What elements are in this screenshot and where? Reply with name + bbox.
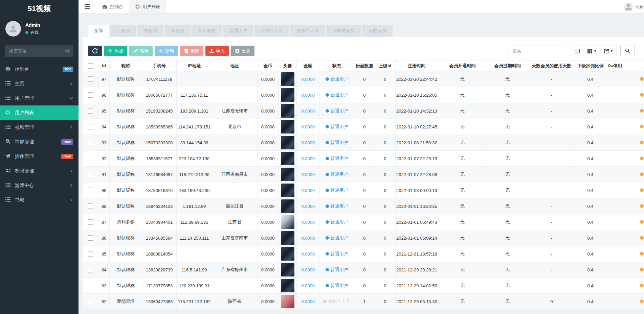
row-checkbox[interactable] <box>88 76 93 82</box>
sidebar-item-8[interactable]: 游戏中心 <box>0 178 79 193</box>
row-checkbox[interactable] <box>88 124 93 129</box>
import-button[interactable]: 导入 <box>205 46 229 56</box>
column-header-ip[interactable]: IP地址 <box>177 61 212 71</box>
row-checkbox[interactable] <box>88 188 93 193</box>
money-link[interactable]: 0.0000 <box>301 108 315 114</box>
column-header-enabled[interactable]: 0=停用 <box>606 61 644 71</box>
topbar-tab-0[interactable]: 控制台 <box>96 0 129 13</box>
money-link[interactable]: 0.0000 <box>301 172 315 177</box>
search-submit-button[interactable] <box>620 46 635 56</box>
money-link[interactable]: 0.0000 <box>301 156 315 161</box>
filter-tab-9[interactable]: 天数会员 <box>362 25 393 37</box>
column-header-days_used[interactable]: 天数会员的使用天数 <box>528 61 575 71</box>
money-link[interactable]: 0.0000 <box>301 283 315 288</box>
sidebar-item-6[interactable]: 插件管理new <box>0 149 79 164</box>
row-checkbox[interactable] <box>88 140 93 145</box>
filter-tab-2[interactable]: 季会员 <box>137 25 163 37</box>
status-badge[interactable]: 普通用户 <box>326 155 348 162</box>
status-badge[interactable]: 普通用户 <box>326 235 348 241</box>
money-link[interactable]: 0.0000 <box>301 93 315 98</box>
column-header-fans[interactable]: 粉丝数量 <box>354 61 375 71</box>
row-checkbox[interactable] <box>88 283 93 288</box>
export-button[interactable]: ▼ <box>600 46 617 56</box>
row-checkbox[interactable] <box>88 267 93 272</box>
table-search-input[interactable] <box>509 46 566 56</box>
row-checkbox[interactable] <box>88 299 93 304</box>
money-link[interactable]: 0.0000 <box>301 124 315 129</box>
row-checkbox[interactable] <box>88 251 93 257</box>
refresh-button[interactable] <box>88 46 102 56</box>
row-checkbox[interactable] <box>88 92 93 98</box>
sidebar-item-2[interactable]: 用户管理 <box>0 91 79 105</box>
money-link[interactable]: 0.0000 <box>301 251 315 257</box>
status-badge[interactable]: 普通用户 <box>326 92 348 98</box>
status-badge[interactable]: 普通用户 <box>326 108 348 114</box>
status-badge[interactable]: 普通用户 <box>326 140 348 146</box>
column-header-area[interactable]: 地区 <box>212 61 257 71</box>
column-header-pid[interactable]: 上级id <box>375 61 395 71</box>
sidebar-item-0[interactable]: 控制台hot <box>0 62 79 76</box>
more-button[interactable]: 更多 <box>231 46 254 56</box>
column-header-jointime[interactable]: 注册时间 <box>395 61 438 71</box>
status-badge[interactable]: 普通用户 <box>326 251 348 257</box>
money-link[interactable]: 0.0000 <box>301 220 315 225</box>
status-badge[interactable]: 普通用户 <box>326 267 348 273</box>
filter-tab-5[interactable]: 普通用户 <box>223 25 253 37</box>
row-checkbox[interactable] <box>88 219 93 225</box>
filter-tab-7[interactable]: 原创个人号 <box>290 25 325 37</box>
column-header-mobile[interactable]: 手机号 <box>142 61 177 71</box>
menu-toggle-button[interactable] <box>79 0 96 13</box>
row-checkbox[interactable] <box>88 203 93 209</box>
row-checkbox[interactable] <box>88 172 93 177</box>
filter-tab-0[interactable]: 全部 <box>88 25 109 37</box>
column-header-nickname[interactable]: 昵称 <box>110 61 142 71</box>
filter-tab-3[interactable]: 年会员 <box>164 25 191 37</box>
sidebar-item-4[interactable]: 视频管理 <box>0 120 79 135</box>
status-badge[interactable]: 普通用户 <box>326 171 348 177</box>
sidebar-item-7[interactable]: 权限管理 <box>0 164 79 178</box>
columns-button[interactable]: ▼ <box>584 46 600 56</box>
status-badge[interactable]: 创作个人号 <box>323 298 350 305</box>
sidebar-item-5[interactable]: 常规管理new <box>0 135 79 149</box>
money-link[interactable]: 0.0000 <box>301 204 315 209</box>
filter-tab-6[interactable]: 创作个人号 <box>254 25 289 37</box>
select-all-checkbox[interactable] <box>88 63 93 69</box>
edit-button[interactable]: 编辑 <box>129 46 153 56</box>
filter-tab-4[interactable]: 永久会员 <box>192 25 222 37</box>
delete-button[interactable]: 删除 <box>180 46 203 56</box>
status-badge[interactable]: 普通用户 <box>326 124 348 130</box>
column-header-avatar[interactable]: 头像 <box>279 61 297 71</box>
filter-tab-1[interactable]: 月会员 <box>110 25 136 37</box>
money-link[interactable]: 0.0000 <box>301 140 315 145</box>
money-link[interactable]: 0.0000 <box>301 188 315 193</box>
menu-search-input[interactable] <box>5 45 73 57</box>
column-header-vip_open[interactable]: 会员开通时间 <box>438 61 487 71</box>
row-checkbox[interactable] <box>88 108 93 114</box>
column-header-commission[interactable]: 下级抽佣比例 <box>575 61 606 71</box>
filter-tab-8[interactable]: 公司传媒号 <box>326 25 361 37</box>
money-link[interactable]: 0.0000 <box>301 77 315 82</box>
detail-view-button[interactable] <box>570 46 584 56</box>
sidebar-item-1[interactable]: 主页 <box>0 76 79 91</box>
status-badge[interactable]: 普通用户 <box>326 76 348 82</box>
status-badge[interactable]: 普通用户 <box>326 219 348 225</box>
topbar-user[interactable]: Admin <box>624 0 644 14</box>
column-header-status[interactable]: 状态 <box>319 61 354 71</box>
column-header-money[interactable]: 金额 <box>297 61 319 71</box>
money-link[interactable]: 0.0000 <box>301 267 315 272</box>
row-checkbox[interactable] <box>88 235 93 241</box>
money-link[interactable]: 0.0000 <box>301 236 315 241</box>
column-header-coin[interactable]: 金币 <box>257 61 279 71</box>
add-button[interactable]: 添加 <box>104 46 127 56</box>
status-badge[interactable]: 普通用户 <box>326 187 348 193</box>
status-badge[interactable]: 普通用户 <box>326 283 348 289</box>
column-header-id[interactable]: Id <box>98 61 110 71</box>
sidebar-item-9[interactable]: 书城 <box>0 193 79 207</box>
row-checkbox[interactable] <box>88 156 93 161</box>
status-badge[interactable]: 普通用户 <box>326 203 348 209</box>
money-link[interactable]: 0.0000 <box>301 299 315 304</box>
topbar-tab-1[interactable]: 用户列表 <box>129 0 166 13</box>
sidebar-item-sub-3[interactable]: 用户列表 <box>0 105 79 120</box>
move-button[interactable]: 移动 <box>155 46 178 56</box>
column-header-vip_expire[interactable]: 会员过期时间 <box>487 61 528 71</box>
